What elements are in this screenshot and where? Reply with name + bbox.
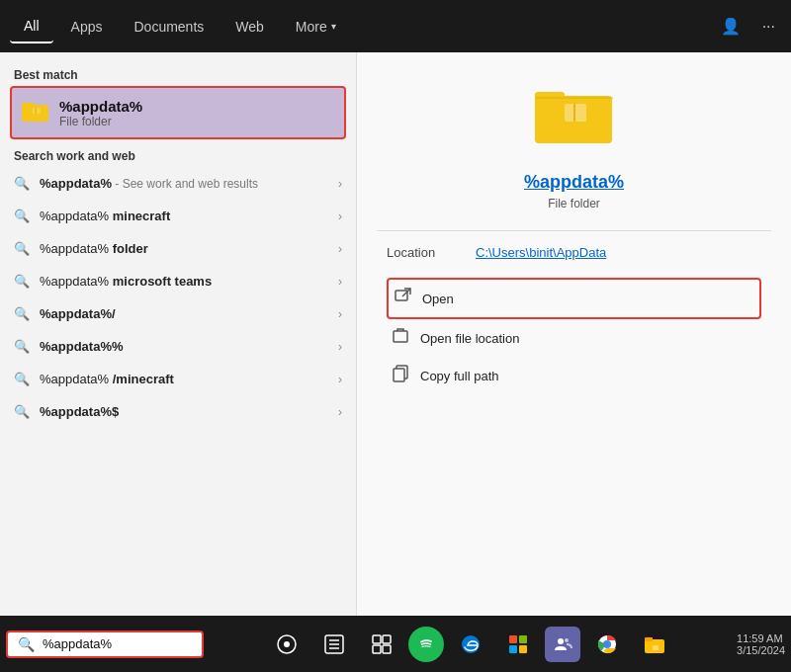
tab-apps[interactable]: Apps [57, 11, 117, 42]
chevron-down-icon: ▾ [331, 21, 336, 32]
best-match-subtitle: File folder [59, 115, 142, 128]
list-item[interactable]: 🔍 %appdata%% › [0, 330, 356, 363]
chevron-right-icon: › [338, 242, 342, 256]
tab-all[interactable]: All [10, 10, 53, 43]
svg-rect-11 [394, 331, 407, 342]
taskbar-search-box[interactable]: 🔍 [6, 630, 204, 658]
teams-button[interactable] [545, 627, 580, 662]
best-match-item[interactable]: %appdata% File folder [10, 86, 346, 139]
open-location-action[interactable]: Open file location [387, 319, 761, 357]
time-display: 11:59 AM3/15/2024 [737, 632, 785, 656]
svg-rect-27 [519, 635, 527, 643]
search-taskbar-button[interactable] [313, 624, 355, 665]
chrome-button[interactable] [586, 624, 628, 665]
tab-web[interactable]: Web [221, 11, 278, 42]
tab-more[interactable]: More ▾ [282, 11, 350, 42]
list-item[interactable]: 🔍 %appdata% minecraft › [0, 200, 356, 232]
chevron-right-icon: › [338, 275, 342, 289]
office-button[interactable] [497, 624, 539, 665]
explorer-button[interactable] [634, 624, 675, 665]
search-input[interactable] [43, 636, 192, 651]
svg-rect-22 [373, 645, 381, 653]
result-text: %appdata% minecraft [40, 209, 170, 223]
right-panel: %appdata% File folder Location C:\Users\… [356, 52, 791, 616]
right-panel-subtitle: File folder [548, 197, 600, 210]
svg-rect-6 [565, 104, 586, 122]
chevron-right-icon: › [338, 307, 342, 321]
copy-icon [393, 365, 410, 386]
search-icon: 🔍 [14, 339, 30, 354]
folder-icon-large [535, 82, 614, 162]
open-action[interactable]: Open [387, 278, 761, 319]
search-icon: 🔍 [14, 274, 30, 289]
main-area: Best match %appdata% File folder Search … [0, 52, 791, 616]
spotify-button[interactable] [408, 627, 444, 662]
chevron-right-icon: › [338, 405, 342, 419]
svg-rect-23 [383, 645, 391, 653]
svg-rect-20 [373, 635, 381, 643]
list-item[interactable]: 🔍 %appdata% - See work and web results › [0, 167, 356, 200]
taskbar-search-icon: 🔍 [18, 636, 35, 652]
best-match-text: %appdata% File folder [59, 98, 142, 128]
svg-rect-2 [33, 108, 41, 114]
copy-path-action[interactable]: Copy full path [387, 357, 761, 394]
svg-point-31 [565, 638, 569, 642]
nav-right-icons: 👤 ··· [715, 11, 781, 42]
search-icon: 🔍 [14, 372, 30, 386]
more-options-icon[interactable]: ··· [756, 12, 781, 42]
top-navigation: All Apps Documents Web More ▾ 👤 ··· [0, 0, 791, 52]
person-icon[interactable]: 👤 [715, 11, 747, 42]
list-item[interactable]: 🔍 %appdata% /minecraft › [0, 363, 356, 395]
search-section-label: Search work and web [0, 143, 356, 167]
list-item[interactable]: 🔍 %appdata%$ › [0, 395, 356, 428]
copy-full-path-label: Copy full path [420, 369, 499, 383]
start-button[interactable] [266, 624, 308, 665]
search-icon: 🔍 [14, 306, 30, 321]
taskbar: 🔍 [0, 616, 791, 672]
svg-rect-9 [396, 291, 407, 300]
result-text: %appdata% folder [40, 241, 148, 256]
edge-button[interactable] [450, 624, 491, 665]
result-text: %appdata% microsoft teams [40, 274, 212, 289]
chevron-right-icon: › [338, 373, 342, 386]
search-icon: 🔍 [14, 176, 30, 191]
chevron-right-icon: › [338, 210, 342, 223]
search-icon: 🔍 [14, 241, 30, 256]
tab-documents[interactable]: Documents [120, 11, 218, 42]
location-icon [393, 327, 410, 349]
search-icon: 🔍 [14, 209, 30, 223]
taskbar-right: 11:59 AM3/15/2024 [737, 632, 785, 656]
action-list: Open Open file location [377, 278, 771, 394]
best-match-label: Best match [0, 62, 356, 86]
list-item[interactable]: 🔍 %appdata%/ › [0, 297, 356, 330]
result-text: %appdata%/ [40, 306, 116, 321]
open-label: Open [422, 292, 454, 306]
nav-tabs: All Apps Documents Web More ▾ [10, 10, 350, 43]
open-icon [395, 288, 412, 309]
svg-rect-8 [536, 97, 613, 99]
svg-rect-28 [509, 645, 517, 653]
svg-rect-1 [22, 103, 34, 107]
result-text: %appdata% - See work and web results [40, 176, 258, 191]
divider [377, 230, 771, 231]
location-label: Location [387, 245, 456, 260]
taskbar-center [206, 624, 735, 665]
list-item[interactable]: 🔍 %appdata% folder › [0, 232, 356, 265]
result-text: %appdata% /minecraft [40, 372, 174, 386]
list-item[interactable]: 🔍 %appdata% microsoft teams › [0, 265, 356, 297]
svg-point-15 [284, 641, 290, 647]
svg-rect-36 [653, 645, 659, 650]
location-row: Location C:\Users\binit\AppData [377, 245, 771, 260]
search-icon: 🔍 [14, 404, 30, 419]
open-file-location-label: Open file location [420, 331, 519, 346]
svg-point-30 [558, 638, 564, 644]
location-value[interactable]: C:\Users\binit\AppData [476, 245, 606, 260]
svg-rect-13 [394, 369, 404, 381]
svg-line-10 [402, 289, 410, 296]
svg-rect-26 [509, 635, 517, 643]
task-view-button[interactable] [361, 624, 402, 665]
right-panel-title[interactable]: %appdata% [524, 172, 624, 193]
svg-point-24 [417, 635, 435, 653]
chevron-right-icon: › [338, 177, 342, 191]
chevron-right-icon: › [338, 340, 342, 354]
